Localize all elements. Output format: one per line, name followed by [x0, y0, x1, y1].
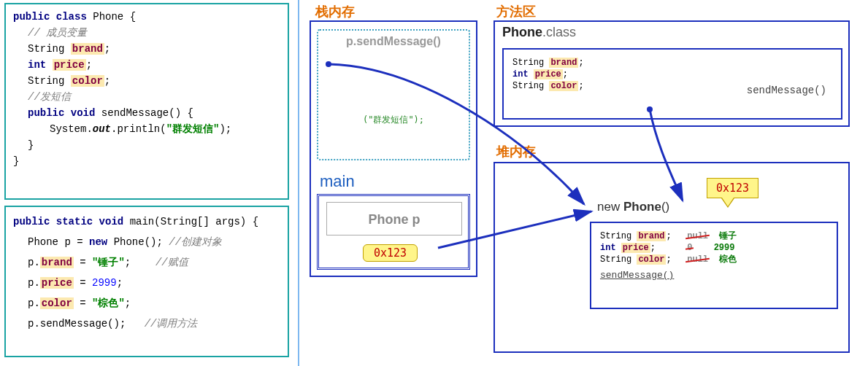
semi: ; [125, 297, 131, 309]
text: System. [50, 123, 93, 135]
code-main-method: public static void main(String[] args) {… [4, 206, 289, 357]
semi: ; [563, 69, 568, 79]
code-line: Phone p = new Phone(); //创建对象 [13, 232, 280, 252]
type: String [512, 81, 544, 91]
address-bubble: 0x123 [707, 178, 758, 198]
comment: //发短信 [13, 89, 280, 105]
brace: } [13, 137, 280, 153]
label-stack: 栈内存 [315, 3, 355, 20]
semi: ; [650, 243, 656, 253]
semi: ; [117, 277, 123, 289]
code-line: p.price = 2999; [13, 273, 280, 293]
text: Phone(); [107, 236, 163, 248]
type: String [600, 231, 631, 241]
text: ); [219, 123, 231, 135]
class-file-title: Phone.class [502, 25, 576, 40]
class-name: Phone [93, 11, 123, 23]
comment: //赋值 [155, 257, 188, 268]
keyword: public void [28, 107, 95, 119]
text: () [661, 200, 669, 214]
text: p. [28, 277, 40, 289]
semi: ; [578, 81, 583, 91]
comment: //创建对象 [163, 236, 222, 248]
method-area-box: Phone.class String brand; int price; Str… [493, 20, 850, 127]
semi: ; [666, 231, 671, 241]
main-label: main [320, 172, 355, 191]
semi: ; [104, 75, 110, 87]
field: price [621, 243, 650, 253]
text: .class [542, 25, 576, 39]
keyword: public static void [13, 216, 123, 227]
field: brand [637, 231, 666, 241]
text: = [74, 297, 92, 309]
old-value: null [687, 254, 708, 265]
text: new [597, 200, 623, 214]
code-line: System.out.println("群发短信"); [13, 121, 280, 137]
type: String [28, 75, 64, 87]
brace: } [13, 153, 280, 169]
address-text: 0x123 [363, 244, 418, 262]
comment: //调用方法 [145, 318, 198, 330]
method-name: sendMessage() [747, 85, 826, 96]
stack-frame-main: Phone p 0x123 [317, 194, 470, 270]
text: p. [28, 257, 40, 268]
keyword: new [89, 236, 107, 248]
field: color [71, 75, 104, 87]
address-pill: 0x123 [363, 244, 418, 262]
stack-frame-sendmessage: p.sendMessage() ("群发短信"); [317, 29, 470, 160]
pad [131, 257, 155, 268]
class-content-box: String brand; int price; String color; s… [502, 48, 842, 120]
number-literal: 2999 [92, 277, 117, 289]
field: color [637, 254, 666, 265]
type: int [512, 69, 529, 79]
keyword: public class [13, 11, 87, 23]
new-value: 2999 [714, 243, 735, 253]
code-line: p.color = "棕色"; [13, 293, 280, 314]
brace: { [123, 11, 136, 23]
comment: // 成员变量 [13, 25, 280, 41]
semi: ; [125, 257, 131, 268]
out: out [93, 123, 111, 135]
text: = [74, 277, 92, 289]
field: color [549, 81, 578, 91]
code-line: String brand; [13, 41, 280, 57]
type: String [28, 43, 64, 55]
string-literal: "锤子" [92, 257, 125, 268]
field: price [534, 69, 563, 79]
heap-obj-title: new Phone() [597, 200, 669, 214]
variable-box: Phone p [326, 202, 462, 235]
field: brand [40, 257, 74, 268]
field: brand [549, 58, 578, 68]
field: brand [71, 43, 104, 55]
pad [126, 318, 144, 330]
text: Phone [623, 200, 661, 214]
variable-p: Phone p [369, 212, 420, 227]
vertical-divider [298, 0, 299, 366]
type: int [600, 243, 616, 253]
code-line: String color; [13, 73, 280, 89]
field: color [40, 297, 74, 309]
stack-box: p.sendMessage() ("群发短信"); main Phone p 0… [310, 20, 477, 277]
semi: ; [666, 254, 671, 265]
text: .println( [111, 123, 166, 135]
semi: ; [578, 58, 583, 68]
text: main(String[] args) { [123, 216, 258, 227]
semi: ; [86, 59, 92, 71]
label-heap: 堆内存 [496, 143, 536, 160]
code-line: public static void main(String[] args) { [13, 211, 280, 232]
old-value: null [687, 231, 708, 241]
address-text: 0x123 [716, 182, 749, 195]
string-literal: "棕色" [92, 297, 125, 309]
code-line: public class Phone { [13, 9, 280, 25]
string-literal: "群发短信" [166, 123, 220, 135]
type: String [512, 58, 544, 68]
code-class-definition: public class Phone { // 成员变量 String bran… [4, 3, 289, 200]
method-name: sendMessage() { [95, 107, 193, 119]
def-line: String brand; [512, 57, 832, 69]
def-line: int price; [512, 69, 832, 80]
heap-object-box: String brand; null 锤子 int price; 0 2999 … [590, 222, 838, 309]
type: int [28, 59, 46, 71]
text: Phone p = [28, 236, 89, 248]
text: Phone [502, 25, 542, 39]
new-value: 锤子 [719, 231, 737, 241]
